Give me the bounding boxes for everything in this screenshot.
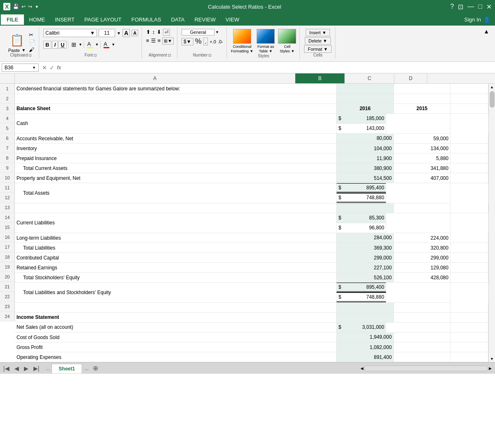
clipboard-expand-icon[interactable]: ⊡ [28, 53, 32, 57]
wrap-text-button[interactable]: ⏎ [163, 29, 170, 36]
paste-button[interactable]: 📋 Paste ▼ [7, 32, 27, 53]
cell-a3[interactable]: Balance Sheet [15, 104, 337, 113]
cell-d20[interactable] [450, 312, 488, 322]
cell-d21[interactable] [450, 322, 488, 332]
cell-b21[interactable]: $3,031,000 [337, 323, 386, 332]
cell-c24[interactable] [394, 352, 450, 362]
quick-access-redo[interactable]: ↪ [28, 4, 32, 9]
name-box-dropdown[interactable]: ▼ [32, 66, 36, 70]
cell-b6[interactable]: 104,000 [337, 144, 394, 153]
cell-b7[interactable]: 11,900 [337, 153, 394, 163]
cell-c22[interactable] [394, 332, 450, 342]
cell-b9[interactable]: 514,500 [337, 173, 394, 183]
cell-a6[interactable]: Inventory [15, 144, 337, 153]
menu-home[interactable]: HOME [24, 14, 50, 25]
cell-a23[interactable]: Gross Profit [15, 342, 337, 352]
tab-last-button[interactable]: ▶| [32, 364, 41, 373]
cell-d22[interactable] [450, 332, 488, 342]
formula-input[interactable] [64, 64, 493, 71]
cell-d24[interactable] [450, 352, 488, 362]
cell-a9[interactable]: Property and Equipment, Net [15, 173, 337, 183]
menu-review[interactable]: REVIEW [189, 14, 220, 25]
fill-dropdown[interactable]: ▼ [95, 42, 99, 47]
row-header-5[interactable]: 5 [0, 123, 15, 133]
cell-d23[interactable] [450, 342, 488, 352]
h-scroll-right-button[interactable]: ▶ [489, 366, 492, 370]
cell-c3[interactable]: 2015 [394, 104, 450, 113]
cell-a17[interactable]: Total Stockholders' Equity [15, 273, 337, 283]
font-expand-icon[interactable]: ⊡ [94, 53, 97, 57]
cell-b16[interactable]: 227,100 [337, 263, 394, 273]
cell-a21[interactable]: Net Sales (all on account) [15, 322, 337, 332]
cancel-formula-button[interactable]: ✕ [42, 64, 47, 71]
align-middle-button[interactable]: ↕ [152, 29, 155, 36]
cell-b12[interactable]: $85,300 [337, 213, 386, 223]
scroll-down-button[interactable]: ▼ [489, 356, 495, 362]
row-header-24[interactable]: 24 [0, 311, 15, 321]
font-color-button[interactable]: A [102, 40, 111, 49]
paste-label[interactable]: Paste [8, 48, 20, 53]
menu-file[interactable]: FILE [1, 14, 24, 25]
scroll-up-button[interactable]: ▲ [489, 84, 495, 90]
cell-d5[interactable] [450, 134, 488, 144]
row-header-1[interactable]: 1 [0, 84, 15, 94]
tab-next-button[interactable]: ▶ [22, 364, 30, 373]
cell-b22[interactable]: 1,949,000 [337, 332, 394, 342]
row-header-8[interactable]: 8 [0, 153, 15, 163]
number-format-dropdown[interactable]: ▼ [215, 30, 219, 34]
cell-a16[interactable]: Retained Earnings [15, 263, 337, 273]
cell-c11[interactable] [394, 203, 450, 213]
menu-data[interactable]: DATA [166, 14, 190, 25]
cell-c2[interactable] [394, 94, 450, 104]
cell-d9[interactable] [450, 173, 488, 183]
copy-button[interactable]: 📄 [29, 39, 35, 45]
cell-a10[interactable]: Total Assets [15, 183, 337, 203]
cell-d11[interactable] [450, 203, 488, 213]
cell-b23[interactable]: 1,082,000 [337, 342, 394, 352]
cell-c6[interactable]: 134,000 [394, 144, 450, 153]
cell-d1[interactable] [450, 84, 488, 94]
number-format-box[interactable]: General [182, 29, 214, 35]
cell-a18[interactable]: Total Liabilities and Stockholders' Equi… [15, 283, 337, 303]
cell-b14[interactable]: 369,300 [337, 243, 394, 253]
underline-button[interactable]: U [59, 41, 66, 49]
cell-b2[interactable] [337, 94, 394, 104]
help-button[interactable]: ? [450, 3, 454, 10]
row-header-2[interactable]: 2 [0, 94, 15, 104]
cell-d13[interactable] [450, 233, 488, 243]
cell-b3[interactable]: 2016 [337, 104, 394, 113]
number-expand-icon[interactable]: ⊡ [208, 53, 212, 57]
alignment-expand-icon[interactable]: ⊡ [168, 53, 171, 57]
cell-d7[interactable] [450, 153, 488, 163]
cell-b19[interactable] [337, 302, 394, 312]
sign-in-label[interactable]: Sign In [464, 17, 481, 23]
cell-b11[interactable] [337, 203, 394, 213]
align-bottom-button[interactable]: ⬇ [157, 29, 161, 36]
cell-a1[interactable]: Condensed financial statements for Games… [15, 84, 337, 94]
insert-button[interactable]: Insert ▼ [306, 29, 330, 36]
col-header-b[interactable]: B [295, 73, 345, 83]
quick-access-save[interactable]: 💾 [13, 4, 19, 9]
horizontal-scrollbar[interactable] [364, 365, 488, 371]
col-header-a[interactable]: A [15, 73, 295, 83]
name-box[interactable]: B36 ▼ [2, 64, 39, 72]
conditional-formatting-btn[interactable]: ConditionalFormatting ▼ [231, 29, 253, 54]
cell-d8[interactable] [450, 163, 488, 173]
cell-a24[interactable]: Operating Expenses [15, 352, 337, 362]
currency-button[interactable]: $▼ [182, 38, 193, 45]
cell-a19[interactable] [15, 302, 337, 312]
cell-b8[interactable]: 380,900 [337, 163, 394, 173]
cell-c20[interactable] [394, 312, 450, 322]
border-button[interactable]: ⊞ [70, 41, 78, 48]
menu-formulas[interactable]: FORMULAS [126, 14, 166, 25]
cell-c17[interactable]: 428,080 [394, 273, 450, 283]
decrease-font-button[interactable]: A [132, 30, 138, 36]
format-painter-button[interactable]: 🖌 [29, 47, 35, 53]
col-header-d[interactable]: D [394, 73, 427, 83]
minimize-button[interactable]: — [467, 3, 474, 10]
cell-c7[interactable]: 5,880 [394, 153, 450, 163]
cell-b4[interactable]: $185,000 [337, 114, 386, 124]
col-header-c[interactable]: C [345, 73, 394, 83]
row-header-17[interactable]: 17 [0, 242, 15, 252]
cell-a15[interactable]: Contributed Capital [15, 253, 337, 263]
